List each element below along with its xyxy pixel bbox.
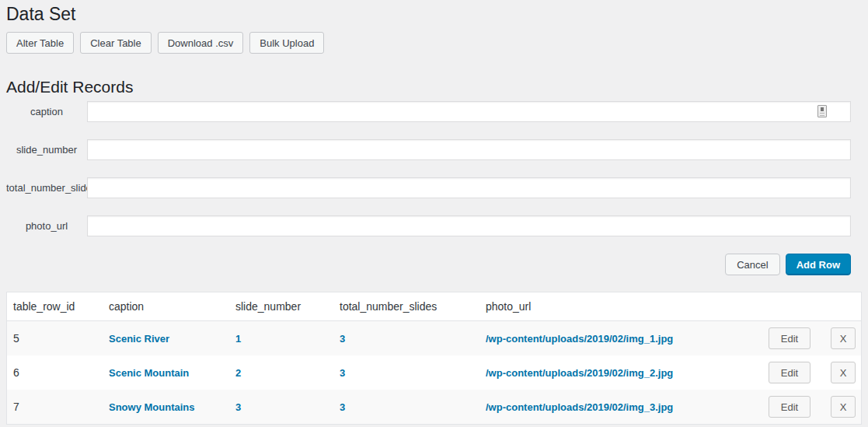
form-title: Add/Edit Records	[6, 77, 868, 96]
caption-label: caption	[6, 101, 87, 122]
cell-slide-number-link[interactable]: 1	[235, 333, 340, 345]
cell-table-row-id: 6	[13, 366, 109, 379]
column-header-slide-number: slide_number	[235, 300, 340, 313]
add-row-button[interactable]: Add Row	[786, 254, 851, 275]
clear-table-button[interactable]: Clear Table	[80, 32, 152, 54]
table-header-row: table_row_id caption slide_number total_…	[7, 292, 861, 321]
cell-caption-link[interactable]: Scenic Mountain	[109, 367, 235, 379]
alter-table-button[interactable]: Alter Table	[6, 32, 74, 54]
cell-slide-number-link[interactable]: 2	[235, 367, 340, 379]
caption-input-wrap	[87, 101, 851, 122]
photo-url-label: photo_url	[6, 215, 87, 236]
autofill-icon[interactable]	[817, 105, 827, 117]
table-row: 5 Scenic River 1 3 /wp-content/uploads/2…	[7, 321, 861, 355]
field-row-slide-number: slide_number	[6, 139, 851, 160]
cell-table-row-id: 7	[13, 401, 109, 413]
field-row-photo-url: photo_url	[6, 215, 851, 236]
column-header-total-number-slides: total_number_slides	[340, 300, 486, 313]
column-header-photo-url: photo_url	[486, 300, 754, 313]
field-row-total-number-slides: total_number_slides	[6, 177, 851, 198]
records-table: table_row_id caption slide_number total_…	[6, 292, 862, 425]
form-actions: Cancel Add Row	[6, 254, 851, 275]
column-header-caption: caption	[109, 300, 235, 313]
cancel-button[interactable]: Cancel	[725, 254, 779, 275]
table-row: 6 Scenic Mountain 2 3 /wp-content/upload…	[7, 355, 861, 390]
total-number-slides-label: total_number_slides	[6, 177, 87, 198]
delete-row-button[interactable]: X	[831, 362, 856, 383]
cell-photo-url-link[interactable]: /wp-content/uploads/2019/02/img_1.jpg	[486, 333, 754, 345]
download-csv-button[interactable]: Download .csv	[158, 32, 244, 54]
slide-number-input-wrap	[87, 139, 851, 160]
table-row: 7 Snowy Mountains 3 3 /wp-content/upload…	[7, 390, 861, 424]
cell-caption-link[interactable]: Scenic River	[109, 333, 235, 345]
page-title: Data Set	[0, 0, 868, 26]
cell-total-number-slides-link[interactable]: 3	[340, 367, 486, 379]
cell-caption-link[interactable]: Snowy Mountains	[109, 401, 235, 413]
photo-url-input-wrap	[87, 215, 851, 236]
cell-slide-number-link[interactable]: 3	[235, 401, 340, 413]
edit-row-button[interactable]: Edit	[769, 396, 810, 418]
total-number-slides-input-wrap	[87, 177, 851, 198]
edit-row-button[interactable]: Edit	[769, 327, 810, 349]
cell-photo-url-link[interactable]: /wp-content/uploads/2019/02/img_2.jpg	[486, 367, 754, 379]
edit-row-button[interactable]: Edit	[769, 362, 810, 383]
cell-total-number-slides-link[interactable]: 3	[340, 333, 486, 345]
slide-number-label: slide_number	[6, 139, 87, 160]
add-edit-form: caption slide_number total_number_slides…	[0, 101, 868, 236]
total-number-slides-input[interactable]	[87, 177, 851, 198]
caption-input[interactable]	[87, 101, 851, 122]
field-row-caption: caption	[6, 101, 851, 122]
cell-table-row-id: 5	[13, 332, 109, 345]
slide-number-input[interactable]	[87, 139, 851, 160]
bulk-upload-button[interactable]: Bulk Upload	[249, 32, 324, 54]
cell-photo-url-link[interactable]: /wp-content/uploads/2019/02/img_3.jpg	[486, 401, 754, 413]
photo-url-input[interactable]	[87, 215, 851, 236]
column-header-table-row-id: table_row_id	[13, 300, 109, 313]
cell-total-number-slides-link[interactable]: 3	[340, 401, 486, 413]
delete-row-button[interactable]: X	[831, 327, 856, 349]
delete-row-button[interactable]: X	[831, 396, 856, 418]
table-toolbar: Alter Table Clear Table Download .csv Bu…	[6, 32, 868, 54]
